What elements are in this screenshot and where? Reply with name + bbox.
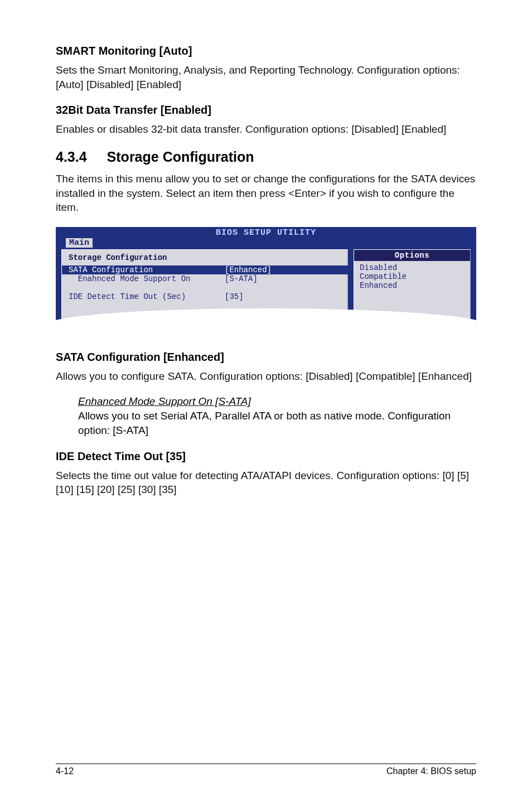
heading-smart: SMART Monitoring [Auto] <box>56 45 476 57</box>
bios-tab-main: Main <box>66 238 93 248</box>
section-intro: The items in this menu allow you to set … <box>56 172 476 215</box>
bios-utility-title: BIOS SETUP UTILITY <box>56 227 476 238</box>
sata-sub-title: Enhanced Mode Support On [S-ATA] <box>78 395 476 408</box>
bios-row-ide-detect: IDE Detect Time Out (Sec) [35] <box>69 292 341 301</box>
bios-value: [S-ATA] <box>225 274 341 283</box>
footer-chapter: Chapter 4: BIOS setup <box>386 766 476 776</box>
bios-label: SATA Configuration <box>69 265 225 274</box>
heading-sata-config: SATA Configuration [Enhanced] <box>56 351 476 364</box>
bios-value <box>225 283 341 292</box>
page-footer: 4-12 Chapter 4: BIOS setup <box>56 764 476 776</box>
bios-left-title: Storage Configuration <box>69 253 341 262</box>
sata-sub-block: Enhanced Mode Support On [S-ATA] Allows … <box>78 395 476 437</box>
bios-row-sata-config: SATA Configuration [Enhanced] <box>62 265 363 274</box>
bios-option-item: Disabled <box>360 263 465 272</box>
bios-option-item: Compatible <box>360 272 465 281</box>
bios-options-title: Options <box>354 250 470 261</box>
body-32bit: Enables or disables 32-bit data transfer… <box>56 122 476 137</box>
bios-row-spacer <box>69 283 341 292</box>
bios-label: Enahnced Mode Support On <box>69 274 225 283</box>
sata-sub-body: Allows you to set Serial ATA, Parallel A… <box>78 410 451 436</box>
body-smart: Sets the Smart Monitoring, Analysis, and… <box>56 63 476 91</box>
bios-option-item: Enhanced <box>360 281 465 290</box>
section-number: 4.3.4 <box>56 149 87 165</box>
bios-screenshot: BIOS SETUP UTILITY Main Storage Configur… <box>56 227 476 328</box>
bios-value: [35] <box>225 292 341 301</box>
heading-32bit: 32Bit Data Transfer [Enabled] <box>56 104 476 117</box>
section-heading: 4.3.4Storage Configuration <box>56 149 476 165</box>
bios-value: [Enhanced] <box>225 265 363 274</box>
section-title: Storage Configuration <box>107 149 254 165</box>
footer-page-number: 4-12 <box>56 766 74 776</box>
bios-label <box>69 283 225 292</box>
bios-row-enhanced-mode: Enahnced Mode Support On [S-ATA] <box>69 274 341 283</box>
body-ide-detect: Selects the time out value for detecting… <box>56 468 476 497</box>
body-sata-config: Allows you to configure SATA. Configurat… <box>56 369 476 384</box>
bios-label: IDE Detect Time Out (Sec) <box>69 292 225 301</box>
heading-ide-detect: IDE Detect Time Out [35] <box>56 450 476 463</box>
